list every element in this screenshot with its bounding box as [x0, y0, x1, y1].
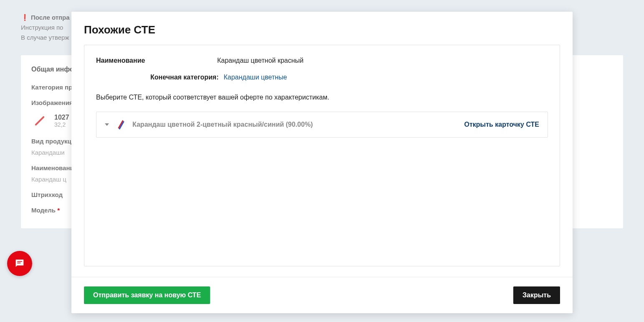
similar-cte-modal: Похожие СТЕ Наименование Карандаш цветно…	[71, 12, 573, 313]
close-button[interactable]: Закрыть	[513, 286, 560, 304]
name-row: Наименование Карандаш цветной красный	[96, 57, 548, 64]
modal-header: Похожие СТЕ	[71, 12, 573, 45]
modal-category-label: Конечная категория:	[150, 74, 218, 81]
caret-down-icon[interactable]	[105, 123, 109, 126]
cte-item[interactable]: Карандаш цветной 2-цветный красный/синий…	[96, 112, 548, 138]
modal-title: Похожие СТЕ	[84, 23, 560, 36]
modal-name-value: Карандаш цветной красный	[217, 57, 304, 64]
submit-new-cte-button[interactable]: Отправить заявку на новую СТЕ	[84, 286, 210, 304]
modal-panel: Наименование Карандаш цветной красный Ко…	[84, 45, 560, 266]
open-cte-card-link[interactable]: Открыть карточку СТЕ	[464, 121, 539, 128]
cte-thumbnail	[115, 119, 127, 130]
modal-instruction: Выберите СТЕ, который соответствует ваше…	[96, 94, 548, 101]
modal-name-label: Наименование	[96, 57, 200, 64]
modal-overlay: Похожие СТЕ Наименование Карандаш цветно…	[0, 0, 644, 322]
modal-body: Наименование Карандаш цветной красный Ко…	[71, 45, 573, 277]
cte-item-name: Карандаш цветной 2-цветный красный/синий…	[132, 121, 458, 128]
modal-footer: Отправить заявку на новую СТЕ Закрыть	[71, 277, 573, 313]
modal-category-link[interactable]: Карандаши цветные	[223, 74, 287, 81]
category-row: Конечная категория: Карандаши цветные	[150, 74, 548, 81]
